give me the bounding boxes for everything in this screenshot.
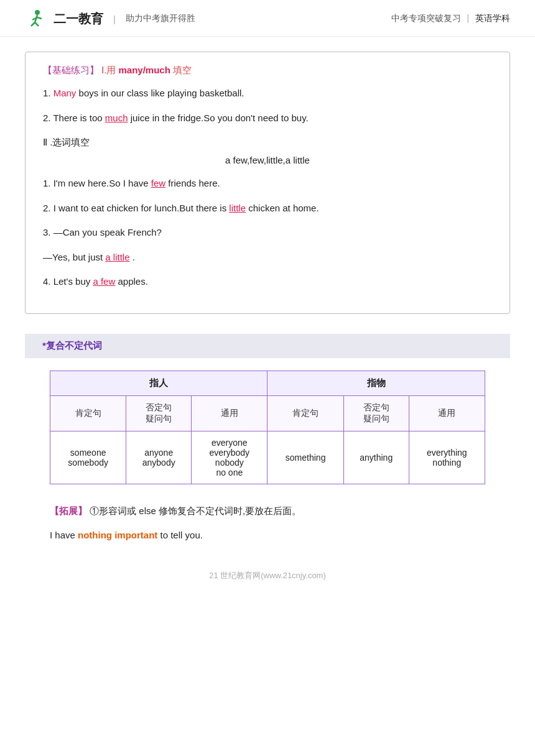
- exercise2-item-1: 1. I'm new here.So I have few friends he…: [43, 175, 492, 191]
- sh-human-general: 通用: [192, 395, 268, 431]
- header: 二一教育 | 助力中考旗开得胜 中考专项突破复习 | 英语学科: [0, 0, 535, 37]
- human-neg-2: anybody: [131, 458, 186, 468]
- item2-before: There is too: [53, 113, 105, 123]
- s2-item4-number: 4.: [43, 276, 51, 287]
- s2-item2-before: I want to eat chicken for lunch.But ther…: [54, 203, 230, 213]
- human-aff-2: somebody: [55, 458, 121, 468]
- s2-item1-answer: few: [151, 178, 165, 188]
- title-keyword: many/much: [119, 65, 174, 75]
- table-data-row: someone somebody anyone anybody everyone…: [50, 431, 485, 484]
- header-right: 中考专项突破复习 | 英语学科: [391, 13, 510, 24]
- footer: 21 世纪教育网(www.21cnjy.com): [0, 559, 535, 588]
- pronoun-table: 指人 指物 肯定句 否定句疑问句 通用 肯定句 否定句疑问句 通用 someo: [50, 371, 485, 484]
- section2-title: Ⅱ .选词填空: [43, 137, 492, 149]
- s2-item4-after: apples.: [118, 276, 147, 287]
- human-affirmative-cell: someone somebody: [50, 431, 126, 484]
- logo-icon: [25, 7, 47, 30]
- thing-neg-q-cell: anything: [343, 431, 409, 484]
- extension-box: 【拓展】 ①形容词或 else 修饰复合不定代词时,要放在后面。: [25, 497, 510, 523]
- sh-human-neg-q: 否定句疑问句: [126, 395, 192, 431]
- brand-slogan: 助力中考旗开得胜: [126, 13, 195, 24]
- s2-item4-answer: a few: [93, 276, 115, 287]
- human-gen-4: no one: [197, 468, 262, 477]
- s2-item1-number: 1.: [43, 178, 51, 188]
- sh-thing-neg-q: 否定句疑问句: [343, 395, 409, 431]
- example-after: to tell you.: [160, 530, 203, 540]
- thing-aff-1: something: [272, 453, 338, 463]
- item1-after: boys in our class like playing basketbal…: [79, 88, 244, 98]
- item2-after: juice in the fridge.So you don't need to…: [131, 113, 309, 123]
- thing-gen-2: nothing: [414, 458, 480, 468]
- thing-neg-1: anything: [349, 453, 404, 463]
- human-aff-1: someone: [55, 448, 121, 458]
- table-header-row: 指人 指物: [50, 371, 485, 395]
- human-gen-1: everyone: [197, 438, 262, 448]
- sh-thing-affirmative: 肯定句: [268, 395, 343, 431]
- word-options: a few,few,little,a little: [43, 155, 492, 165]
- s2-item2-after: chicken at home.: [248, 203, 319, 213]
- main-content: 【基础练习】 Ⅰ.用 many/much 填空 1. Many boys in …: [0, 37, 535, 559]
- title-bracket: 【基础练习】: [43, 65, 99, 75]
- header-right-prefix: 中考专项突破复习: [391, 13, 461, 23]
- col-group-human: 指人: [50, 371, 268, 395]
- item2-number: 2.: [43, 113, 51, 123]
- col-group-thing: 指物: [268, 371, 485, 395]
- s2-item3-number: 3.: [43, 227, 51, 237]
- svg-line-5: [37, 17, 42, 19]
- title-part1: Ⅰ.用: [101, 65, 116, 75]
- extension-title: 【拓展】: [50, 505, 87, 516]
- title-part2: 填空: [173, 65, 192, 75]
- pronoun-table-wrap: 指人 指物 肯定句 否定句疑问句 通用 肯定句 否定句疑问句 通用 someo: [25, 371, 510, 484]
- header-left: 二一教育 | 助力中考旗开得胜: [25, 7, 195, 30]
- exercise-box: 【基础练习】 Ⅰ.用 many/much 填空 1. Many boys in …: [25, 52, 510, 314]
- thing-gen-1: everything: [414, 448, 480, 458]
- s2-item3b-before: —Yes, but just: [43, 252, 105, 262]
- s2-item3b-after: .: [133, 252, 135, 262]
- footer-text: 21 世纪教育网(www.21cnjy.com): [209, 571, 326, 580]
- s2-item2-answer: little: [229, 203, 246, 213]
- exercise2-item-3b: —Yes, but just a little .: [43, 249, 492, 265]
- exercise2-item-2: 2. I want to eat chicken for lunch.But t…: [43, 200, 492, 216]
- sh-human-affirmative: 肯定句: [50, 395, 126, 431]
- s2-item1-after: friends here.: [168, 178, 220, 188]
- svg-point-0: [35, 10, 40, 15]
- human-neg-q-cell: anyone anybody: [126, 431, 192, 484]
- s2-item1-before: I'm new here.So I have: [54, 178, 151, 188]
- pronoun-section-title: *复合不定代词: [42, 340, 102, 351]
- header-right-sep: |: [467, 13, 469, 23]
- s2-item3-text: —Can you speak French?: [54, 227, 162, 237]
- sh-thing-general: 通用: [409, 395, 485, 431]
- exercise2-item-4: 4. Let's buy a few apples.: [43, 274, 492, 290]
- pronoun-section-header: *复合不定代词: [25, 334, 510, 358]
- extension-content: ①形容词或 else 修饰复合不定代词时,要放在后面。: [90, 505, 301, 516]
- exercise-item-2: 2. There is too much juice in the fridge…: [43, 110, 492, 126]
- human-general-cell: everyone everybody nobody no one: [192, 431, 268, 484]
- item2-answer: much: [105, 113, 128, 123]
- s2-item4-before: Let's buy: [54, 276, 93, 287]
- example-sentence: I have nothing important to tell you.: [25, 530, 510, 540]
- svg-line-2: [31, 22, 35, 26]
- table-subheader-row: 肯定句 否定句疑问句 通用 肯定句 否定句疑问句 通用: [50, 395, 485, 431]
- header-subject: 英语学科: [475, 13, 510, 23]
- s2-item3b-answer: a little: [105, 252, 129, 262]
- thing-general-cell: everything nothing: [409, 431, 485, 484]
- human-gen-2: everybody: [197, 448, 262, 458]
- item1-answer: Many: [54, 88, 77, 98]
- section1-title: 【基础练习】 Ⅰ.用 many/much 填空: [43, 65, 492, 76]
- item1-number: 1.: [43, 88, 51, 98]
- example-before: I have: [50, 530, 78, 540]
- exercise2-item-3: 3. —Can you speak French?: [43, 224, 492, 241]
- thing-affirmative-cell: something: [268, 431, 343, 484]
- brand-sep: |: [113, 14, 116, 24]
- human-gen-3: nobody: [197, 458, 262, 468]
- human-neg-1: anyone: [131, 448, 186, 458]
- svg-line-3: [35, 22, 39, 26]
- brand-name: 二一教育: [54, 11, 103, 27]
- s2-item2-number: 2.: [43, 203, 51, 213]
- exercise-item-1: 1. Many boys in our class like playing b…: [43, 85, 492, 101]
- example-highlight: nothing important: [78, 530, 157, 540]
